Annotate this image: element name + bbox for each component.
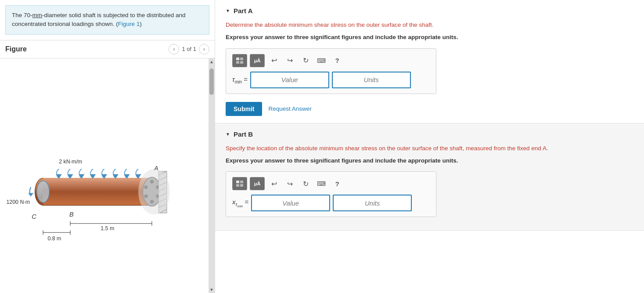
dim-0-8m: 0.8 m	[47, 235, 61, 241]
part-a-toolbar-grid-btn[interactable]	[232, 54, 247, 67]
part-a-answer-label: τmin =	[232, 76, 248, 84]
part-a-keyboard-btn[interactable]: ⌨	[315, 54, 328, 67]
part-b-units-input[interactable]	[333, 195, 412, 211]
scroll-down-arrow[interactable]: ▼	[209, 286, 215, 293]
part-a-toolbar-mu-btn[interactable]: μÄ	[250, 54, 265, 67]
part-a-header[interactable]: ▼ Part A	[226, 7, 633, 14]
concentrated-load-label: 1200 N·m	[6, 199, 30, 205]
label-B: B	[69, 211, 74, 218]
part-b-triangle: ▼	[226, 132, 230, 137]
svg-rect-39	[240, 58, 243, 60]
label-C: C	[32, 213, 36, 220]
part-b-toolbar-grid-btn[interactable]	[232, 177, 247, 190]
distributed-load-label: 2 kN·m/m	[59, 159, 82, 165]
part-b-instruction: Express your answer to three significant…	[226, 156, 633, 165]
part-a-section: ▼ Part A Determine the absolute minimum …	[215, 0, 644, 123]
svg-rect-40	[236, 61, 239, 64]
figure-title: Figure	[5, 45, 169, 53]
figure-nav: ‹ 1 of 1 ›	[169, 44, 209, 54]
figure-svg: A B C 2 kN·m/m 1200 N·m 1.5 m	[0, 58, 209, 293]
part-b-toolbar: μÄ ↩ ↪ ↻ ⌨ ?	[232, 177, 430, 190]
part-a-instruction: Express your answer to three significant…	[226, 33, 633, 42]
svg-rect-38	[236, 58, 239, 60]
problem-description: The 70-mm-diameter solid shaft is subjec…	[5, 5, 209, 35]
figure-header: Figure ‹ 1 of 1 ›	[0, 40, 215, 58]
part-b-answer-box: μÄ ↩ ↪ ↻ ⌨ ? xτmin =	[226, 171, 436, 217]
scroll-thumb[interactable]	[209, 69, 214, 95]
svg-point-37	[138, 169, 170, 214]
part-a-answer-row: τmin =	[232, 72, 430, 88]
part-a-triangle: ▼	[226, 8, 230, 13]
part-b-title: Part B	[234, 130, 253, 138]
svg-rect-42	[236, 181, 239, 183]
part-a-description: Determine the absolute minimum shear str…	[226, 21, 633, 29]
part-a-toolbar: μÄ ↩ ↪ ↻ ⌨ ?	[232, 54, 430, 67]
figure-link[interactable]: Figure 1	[118, 21, 140, 27]
part-a-units-input[interactable]	[332, 72, 411, 88]
part-b-value-input[interactable]	[251, 195, 330, 211]
scroll-up-arrow[interactable]: ▲	[209, 58, 215, 65]
part-b-answer-label: xτmin =	[232, 198, 248, 208]
part-b-description: Specify the location of the absolute min…	[226, 144, 633, 153]
part-b-keyboard-btn[interactable]: ⌨	[315, 177, 328, 190]
part-b-answer-row: xτmin =	[232, 195, 430, 211]
part-a-actions: Submit Request Answer	[226, 102, 633, 116]
right-panel: ▼ Part A Determine the absolute minimum …	[215, 0, 644, 293]
svg-rect-41	[240, 61, 243, 64]
part-b-toolbar-mu-btn[interactable]: μÄ	[250, 177, 265, 190]
part-a-request-answer-link[interactable]: Request Answer	[268, 105, 311, 112]
part-a-undo-btn[interactable]: ↩	[267, 54, 281, 67]
figure-scrollbar[interactable]: ▲ ▼	[209, 58, 215, 293]
problem-underline: mm	[32, 12, 43, 18]
part-a-title: Part A	[234, 7, 253, 14]
part-a-refresh-btn[interactable]: ↻	[299, 54, 312, 67]
svg-point-21	[37, 181, 50, 203]
part-b-header[interactable]: ▼ Part B	[226, 130, 633, 138]
dim-1-5m: 1.5 m	[101, 225, 114, 232]
figure-canvas: A B C 2 kN·m/m 1200 N·m 1.5 m	[0, 58, 209, 293]
problem-text-1: The 70-	[12, 12, 32, 18]
figure-next-button[interactable]: ›	[199, 44, 209, 54]
part-a-submit-button[interactable]: Submit	[226, 102, 262, 116]
left-panel: The 70-mm-diameter solid shaft is subjec…	[0, 0, 215, 293]
part-b-undo-btn[interactable]: ↩	[267, 177, 281, 190]
part-b-help-btn[interactable]: ?	[331, 177, 344, 190]
figure-area: A B C 2 kN·m/m 1200 N·m 1.5 m	[0, 58, 215, 293]
part-b-refresh-btn[interactable]: ↻	[299, 177, 312, 190]
figure-prev-button[interactable]: ‹	[169, 44, 179, 54]
part-b-section: ▼ Part B Specify the location of the abs…	[215, 123, 644, 231]
svg-rect-43	[240, 181, 243, 183]
problem-text-3: )	[140, 21, 142, 27]
svg-rect-2	[43, 178, 152, 205]
part-a-value-input[interactable]	[250, 72, 329, 88]
svg-rect-45	[240, 184, 243, 187]
part-b-redo-btn[interactable]: ↪	[283, 177, 296, 190]
part-a-help-btn[interactable]: ?	[331, 54, 344, 67]
figure-count: 1 of 1	[182, 46, 196, 52]
part-a-redo-btn[interactable]: ↪	[283, 54, 296, 67]
part-a-answer-box: μÄ ↩ ↪ ↻ ⌨ ? τmin =	[226, 48, 436, 94]
svg-rect-44	[236, 184, 239, 187]
